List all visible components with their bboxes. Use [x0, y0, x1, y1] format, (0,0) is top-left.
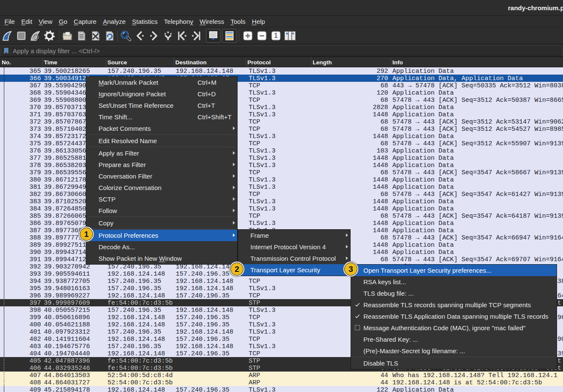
svg-text:1: 1	[274, 32, 278, 39]
